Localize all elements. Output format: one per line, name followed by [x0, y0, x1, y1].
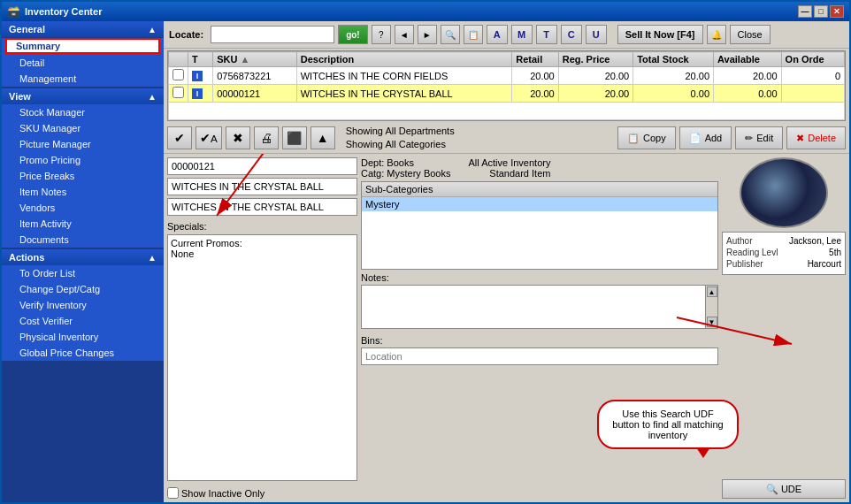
- sidebar-item-item-notes[interactable]: Item Notes: [2, 184, 164, 200]
- sidebar-section-header-view[interactable]: View ▲: [2, 88, 164, 104]
- col-on-order[interactable]: On Orde: [781, 52, 844, 67]
- toolbar: Locate: go! ? ◄ ► 🔍 📋 A M T C U Sell It …: [164, 21, 849, 49]
- sidebar-item-item-activity[interactable]: Item Activity: [2, 216, 164, 232]
- search-button[interactable]: 🔍: [441, 25, 460, 44]
- col-reg-price[interactable]: Reg. Price: [558, 52, 633, 67]
- sidebar-items-view: Stock Manager SKU Manager Picture Manage…: [2, 104, 164, 248]
- checkmark-button[interactable]: ✔: [167, 126, 192, 149]
- sell-it-now-button[interactable]: Sell It Now [F4]: [617, 25, 703, 44]
- show-inactive-checkbox[interactable]: [167, 487, 179, 499]
- udf-button[interactable]: 🔍 UDE: [722, 479, 846, 499]
- item-image: [740, 157, 828, 228]
- sidebar-item-verify-inventory[interactable]: Verify Inventory: [2, 297, 164, 313]
- sku-field: [167, 157, 357, 175]
- maximize-button[interactable]: □: [814, 5, 828, 18]
- sidebar-item-picture-manager[interactable]: Picture Manager: [2, 136, 164, 152]
- forward-button[interactable]: ►: [418, 25, 437, 44]
- col-retail[interactable]: Retail: [512, 52, 558, 67]
- col-description[interactable]: Description: [296, 52, 512, 67]
- sidebar-section-header-general[interactable]: General ▲: [2, 21, 164, 37]
- specials-label: Specials:: [167, 221, 357, 232]
- help-button[interactable]: ?: [372, 25, 391, 44]
- sidebar-section-label-general: General: [9, 24, 45, 34]
- name2-input[interactable]: [167, 198, 357, 216]
- up-button[interactable]: ▲: [310, 126, 335, 149]
- title-bar-controls: — □ ✕: [798, 5, 844, 18]
- m-button[interactable]: M: [511, 25, 533, 44]
- locate-input[interactable]: [211, 26, 334, 43]
- close-button[interactable]: Close: [730, 25, 770, 44]
- sidebar-item-price-breaks[interactable]: Price Breaks: [2, 168, 164, 184]
- col-sku[interactable]: SKU ▲: [213, 52, 296, 67]
- udf-info-box: Author Jackson, Lee Reading Levl 5th Pub…: [722, 232, 846, 275]
- cancel-button[interactable]: ⬛: [282, 126, 307, 149]
- title-bar: 🗃️ Inventory Center — □ ✕: [2, 2, 849, 21]
- a-button[interactable]: A: [487, 25, 508, 44]
- window-close-button[interactable]: ✕: [830, 5, 844, 18]
- sidebar-item-sku-manager[interactable]: SKU Manager: [2, 120, 164, 136]
- table-row[interactable]: I 0756873221 WITCHES IN THE CORN FIELDS …: [169, 67, 845, 85]
- action-info: Showing All Departments Showing All Cate…: [346, 125, 614, 151]
- bell-button[interactable]: 🔔: [707, 25, 726, 44]
- udf-btn-label: UDE: [781, 484, 801, 494]
- subcategory-item[interactable]: Mystery: [362, 197, 717, 211]
- scroll-down-arrow[interactable]: ▼: [707, 317, 717, 327]
- show-inactive-label: Show Inactive Only: [181, 488, 264, 499]
- inventory-table-container: T SKU ▲ Description Retail Reg. Price To…: [167, 50, 846, 121]
- col-type[interactable]: T: [188, 52, 213, 67]
- location-input[interactable]: [361, 347, 718, 365]
- c-button[interactable]: C: [561, 25, 582, 44]
- sidebar-item-documents[interactable]: Documents: [2, 232, 164, 248]
- sku-input[interactable]: [167, 157, 357, 175]
- row1-on-order: 0: [781, 67, 844, 85]
- sidebar-section-general: General ▲ Summary Detail Management: [2, 21, 164, 87]
- go-button[interactable]: go!: [338, 25, 368, 44]
- table-row[interactable]: I 00000121 WITCHES IN THE CRYSTAL BALL 2…: [169, 85, 845, 103]
- row1-total-stock: 20.00: [633, 67, 714, 85]
- copy-label: Copy: [643, 133, 666, 143]
- x-button[interactable]: ✖: [226, 126, 250, 149]
- sidebar-item-promo-pricing[interactable]: Promo Pricing: [2, 152, 164, 168]
- action-right-buttons: 📋 Copy 📄 Add ✏ Edit ✖ Delete: [617, 126, 846, 149]
- sidebar-item-management[interactable]: Management: [2, 71, 164, 87]
- sidebar-item-global-price-changes[interactable]: Global Price Changes: [2, 345, 164, 361]
- notes-textarea[interactable]: [362, 286, 705, 328]
- notes-scrollbar: ▲ ▼: [705, 286, 717, 328]
- sidebar-item-vendors[interactable]: Vendors: [2, 200, 164, 216]
- catg-label: Catg: Mystery Books: [361, 168, 450, 179]
- chevron-up-icon-view: ▲: [148, 92, 157, 102]
- sidebar-item-change-dept-catg[interactable]: Change Dept/Catg: [2, 281, 164, 297]
- edit-button[interactable]: ✏ Edit: [735, 126, 783, 149]
- clipboard-button[interactable]: 📋: [464, 25, 483, 44]
- sidebar-item-physical-inventory[interactable]: Physical Inventory: [2, 329, 164, 345]
- back-button[interactable]: ◄: [395, 25, 414, 44]
- print-button[interactable]: 🖨: [254, 126, 279, 149]
- sidebar-section-view: View ▲ Stock Manager SKU Manager Picture…: [2, 88, 164, 248]
- t-button[interactable]: T: [536, 25, 557, 44]
- copy-button[interactable]: 📋 Copy: [617, 126, 676, 149]
- scroll-up-arrow[interactable]: ▲: [707, 286, 717, 297]
- sidebar-item-cost-verifier[interactable]: Cost Verifier: [2, 313, 164, 329]
- add-button[interactable]: 📄 Add: [679, 126, 732, 149]
- delete-button[interactable]: ✖ Delete: [786, 126, 846, 149]
- row1-checkbox[interactable]: [172, 69, 184, 80]
- sidebar-item-to-order-list[interactable]: To Order List: [2, 265, 164, 281]
- minimize-button[interactable]: —: [798, 5, 812, 18]
- edit-checkmark-button[interactable]: ✔A: [196, 126, 222, 149]
- name1-input[interactable]: [167, 178, 357, 195]
- chevron-up-icon-actions: ▲: [148, 253, 157, 263]
- udf-reading-level-row: Reading Levl 5th: [726, 248, 841, 257]
- add-label: Add: [705, 133, 723, 143]
- sidebar-item-stock-manager[interactable]: Stock Manager: [2, 104, 164, 120]
- sidebar-item-detail[interactable]: Detail: [2, 55, 164, 71]
- col-total-stock[interactable]: Total Stock: [633, 52, 714, 67]
- col-available[interactable]: Available: [714, 52, 782, 67]
- sidebar-item-summary[interactable]: Summary: [5, 38, 160, 54]
- locate-label: Locate:: [169, 29, 203, 40]
- u-button[interactable]: U: [586, 25, 607, 44]
- publisher-value: Harcourt: [808, 259, 841, 269]
- notes-label: Notes:: [361, 272, 718, 283]
- row1-retail: 20.00: [512, 67, 558, 85]
- sidebar-section-header-actions[interactable]: Actions ▲: [2, 249, 164, 265]
- row2-checkbox[interactable]: [172, 87, 184, 98]
